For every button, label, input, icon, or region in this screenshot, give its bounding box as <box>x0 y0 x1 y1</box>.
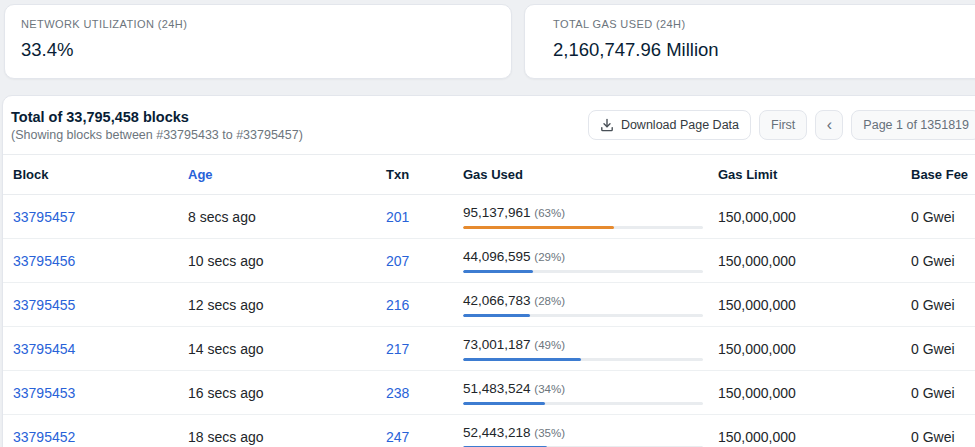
gas-used-bar-track <box>463 226 703 229</box>
download-icon <box>600 118 614 132</box>
blocks-total-title: Total of 33,795,458 blocks <box>11 109 303 125</box>
network-utilization-label: NETWORK UTILIZATION (24H) <box>21 18 495 30</box>
txn-link[interactable]: 216 <box>386 297 409 313</box>
gas-used-value: 42,066,783 <box>463 293 531 308</box>
page-indicator-label: Page 1 of 1351819 <box>863 118 969 132</box>
col-header-gas-limit: Gas Limit <box>718 155 911 195</box>
block-link[interactable]: 33795455 <box>13 297 75 313</box>
gas-limit-cell: 150,000,000 <box>718 195 911 239</box>
total-gas-used-value: 2,160,747.96 Million <box>553 39 975 61</box>
age-cell: 12 secs ago <box>188 283 386 327</box>
network-utilization-value: 33.4% <box>21 39 495 61</box>
blocks-range-subtitle: (Showing blocks between #33795433 to #33… <box>11 128 303 142</box>
table-row: 33795457 8 secs ago 201 95,137,961 (63%)… <box>3 195 975 239</box>
first-page-button[interactable]: First <box>759 110 807 140</box>
table-row: 33795455 12 secs ago 216 42,066,783 (28%… <box>3 283 975 327</box>
gas-used-bar-track <box>463 270 703 273</box>
page-indicator[interactable]: Page 1 of 1351819 <box>851 110 975 140</box>
download-button-label: Download Page Data <box>621 118 739 132</box>
download-page-data-button[interactable]: Download Page Data <box>588 110 751 140</box>
gas-used-value: 52,443,218 <box>463 425 531 440</box>
pagination-toolbar: Download Page Data First ‹ Page 1 of 135… <box>588 110 975 140</box>
table-row: 33795454 14 secs ago 217 73,001,187 (49%… <box>3 327 975 371</box>
age-cell: 8 secs ago <box>188 195 386 239</box>
first-page-label: First <box>771 118 795 132</box>
gas-limit-cell: 150,000,000 <box>718 283 911 327</box>
gas-used-cell: 42,066,783 (28%) <box>463 283 718 327</box>
gas-used-cell: 51,483,524 (34%) <box>463 371 718 415</box>
gas-used-bar-fill <box>463 358 581 361</box>
blocks-summary: Total of 33,795,458 blocks (Showing bloc… <box>11 109 303 142</box>
table-row: 33795452 18 secs ago 247 52,443,218 (35%… <box>3 415 975 447</box>
gas-limit-cell: 150,000,000 <box>718 371 911 415</box>
page: { "stats": { "utilization": { "label": "… <box>0 0 975 447</box>
total-gas-used-label: TOTAL GAS USED (24H) <box>553 18 975 30</box>
gas-used-bar-fill <box>463 270 533 273</box>
gas-limit-cell: 150,000,000 <box>718 239 911 283</box>
blocks-card: Total of 33,795,458 blocks (Showing bloc… <box>2 95 975 447</box>
gas-limit-cell: 150,000,000 <box>718 415 911 447</box>
gas-used-value: 44,096,595 <box>463 249 531 264</box>
gas-used-percent: (63%) <box>534 207 565 219</box>
gas-used-bar-fill <box>463 402 545 405</box>
age-cell: 18 secs ago <box>188 415 386 447</box>
gas-used-cell: 95,137,961 (63%) <box>463 195 718 239</box>
txn-link[interactable]: 201 <box>386 209 409 225</box>
base-fee-cell: 0 Gwei <box>911 239 975 283</box>
block-link[interactable]: 33795453 <box>13 385 75 401</box>
col-header-block: Block <box>3 155 188 195</box>
table-row: 33795456 10 secs ago 207 44,096,595 (29%… <box>3 239 975 283</box>
gas-used-value: 95,137,961 <box>463 205 531 220</box>
block-link[interactable]: 33795452 <box>13 429 75 445</box>
gas-used-cell: 73,001,187 (49%) <box>463 327 718 371</box>
gas-used-cell: 52,443,218 (35%) <box>463 415 718 447</box>
base-fee-cell: 0 Gwei <box>911 195 975 239</box>
base-fee-cell: 0 Gwei <box>911 327 975 371</box>
gas-used-cell: 44,096,595 (29%) <box>463 239 718 283</box>
gas-used-percent: (28%) <box>534 295 565 307</box>
col-header-age[interactable]: Age <box>188 155 386 195</box>
col-header-txn: Txn <box>386 155 463 195</box>
block-link[interactable]: 33795456 <box>13 253 75 269</box>
txn-link[interactable]: 217 <box>386 341 409 357</box>
base-fee-cell: 0 Gwei <box>911 283 975 327</box>
gas-used-percent: (35%) <box>534 427 565 439</box>
previous-page-button[interactable]: ‹ <box>815 110 843 140</box>
block-link[interactable]: 33795457 <box>13 209 75 225</box>
total-gas-used-card: TOTAL GAS USED (24H) 2,160,747.96 Millio… <box>524 4 975 79</box>
table-row: 33795453 16 secs ago 238 51,483,524 (34%… <box>3 371 975 415</box>
age-cell: 16 secs ago <box>188 371 386 415</box>
gas-used-percent: (29%) <box>534 251 565 263</box>
blocks-card-header: Total of 33,795,458 blocks (Showing bloc… <box>3 96 975 154</box>
col-header-base-fee: Base Fee <box>911 155 975 195</box>
gas-used-bar-track <box>463 358 703 361</box>
blocks-table: Block Age Txn Gas Used Gas Limit Base Fe… <box>3 154 975 447</box>
gas-limit-cell: 150,000,000 <box>718 327 911 371</box>
gas-used-bar-fill <box>463 314 530 317</box>
txn-link[interactable]: 238 <box>386 385 409 401</box>
base-fee-cell: 0 Gwei <box>911 415 975 447</box>
gas-used-value: 51,483,524 <box>463 381 531 396</box>
age-cell: 14 secs ago <box>188 327 386 371</box>
gas-used-percent: (49%) <box>534 339 565 351</box>
chevron-left-icon: ‹ <box>827 117 832 133</box>
gas-used-percent: (34%) <box>534 383 565 395</box>
table-header-row: Block Age Txn Gas Used Gas Limit Base Fe… <box>3 155 975 195</box>
base-fee-cell: 0 Gwei <box>911 371 975 415</box>
block-link[interactable]: 33795454 <box>13 341 75 357</box>
txn-link[interactable]: 247 <box>386 429 409 445</box>
network-utilization-card: NETWORK UTILIZATION (24H) 33.4% <box>4 4 512 79</box>
age-cell: 10 secs ago <box>188 239 386 283</box>
gas-used-bar-track <box>463 402 703 405</box>
col-header-gas-used: Gas Used <box>463 155 718 195</box>
gas-used-bar-fill <box>463 226 614 229</box>
gas-used-value: 73,001,187 <box>463 337 531 352</box>
gas-used-bar-track <box>463 314 703 317</box>
txn-link[interactable]: 207 <box>386 253 409 269</box>
